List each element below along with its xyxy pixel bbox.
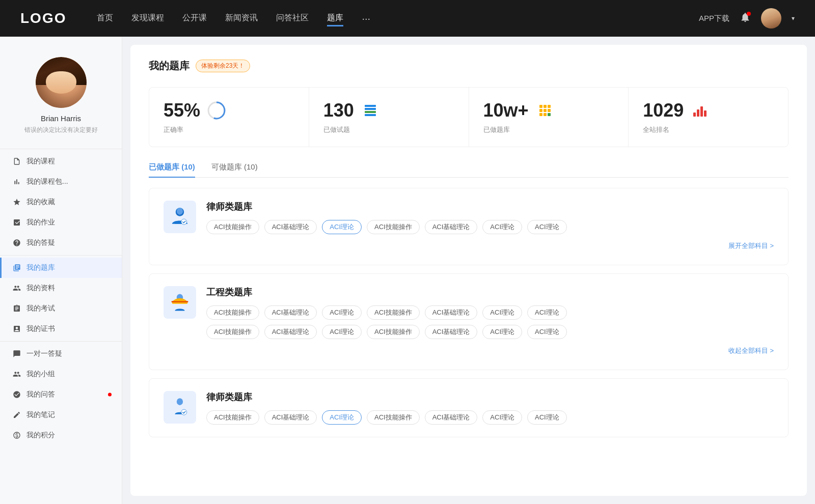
tag-1-r2-3[interactable]: ACI技能操作: [367, 325, 420, 339]
sidebar-item-my-cert[interactable]: 我的证书: [0, 319, 122, 339]
sidebar-item-favorites[interactable]: 我的收藏: [0, 192, 122, 212]
stat-rank-value: 1029: [643, 100, 684, 121]
sidebar-item-course-package[interactable]: 我的课程包...: [0, 172, 122, 192]
sidebar-label-my-cert: 我的证书: [26, 324, 55, 333]
stat-rank-top: 1029: [643, 100, 774, 121]
tag-1-r2-5[interactable]: ACI理论: [482, 325, 522, 339]
tag-2-1[interactable]: ACI基础理论: [264, 410, 317, 425]
qbank-title-2: 工程类题库: [206, 286, 774, 298]
tag-2-2[interactable]: ACI理论: [322, 410, 362, 425]
qbank-tags-3: ACI技能操作 ACI基础理论 ACI理论 ACI技能操作 ACI基础理论 AC…: [206, 410, 774, 425]
table-icon: [361, 101, 379, 120]
sidebar-profile: Brian Harris 错误的决定比没有决定要好: [0, 47, 122, 147]
cert-icon: [12, 324, 21, 333]
qbank-icon-engineer: [164, 286, 196, 319]
sidebar-item-homework[interactable]: 我的作业: [0, 212, 122, 233]
points-icon: [12, 431, 21, 440]
tag-1-0[interactable]: ACI技能操作: [206, 305, 259, 320]
tag-1-4[interactable]: ACI基础理论: [425, 305, 478, 320]
sidebar-label-my-group: 我的小组: [26, 370, 55, 379]
tag-1-3[interactable]: ACI技能操作: [367, 305, 420, 320]
stat-done-qbanks-top: 10w+: [483, 100, 614, 121]
group-icon: [12, 370, 21, 379]
sidebar-divider-1: [0, 149, 122, 149]
tag-1-2[interactable]: ACI理论: [322, 305, 362, 320]
tag-0-6[interactable]: ACI理论: [527, 220, 567, 234]
qa-icon: [12, 390, 21, 399]
tag-1-r2-6[interactable]: ACI理论: [527, 325, 567, 339]
nav-news[interactable]: 新闻资讯: [225, 11, 258, 26]
tag-0-3[interactable]: ACI技能操作: [367, 220, 420, 234]
sidebar-label-my-course: 我的课程: [26, 157, 55, 166]
tag-1-5[interactable]: ACI理论: [482, 305, 522, 320]
sidebar-label-my-questions: 我的问答: [26, 390, 55, 399]
qbank-header-3: 律师类题库 ACI技能操作 ACI基础理论 ACI理论 ACI技能操作 ACI基…: [164, 391, 774, 425]
app-download-button[interactable]: APP下载: [699, 14, 729, 23]
sidebar-item-one-on-one[interactable]: 一对一答疑: [0, 344, 122, 364]
user-dropdown-arrow[interactable]: ▾: [792, 15, 795, 22]
tag-1-r2-2[interactable]: ACI理论: [322, 325, 362, 339]
stats-row: 55% 正确率 130: [149, 87, 789, 147]
tab-done-qbanks[interactable]: 已做题库 (10): [149, 162, 195, 177]
page-title: 我的题库: [149, 59, 189, 73]
tag-1-r2-4[interactable]: ACI基础理论: [425, 325, 478, 339]
sidebar-item-my-qa[interactable]: 我的答疑: [0, 233, 122, 253]
stat-done-questions-label: 已做试题: [323, 125, 454, 134]
sidebar-item-my-course[interactable]: 我的课程: [0, 151, 122, 172]
tag-1-r2-1[interactable]: ACI基础理论: [264, 325, 317, 339]
top-navigation: LOGO 首页 发现课程 公开课 新闻资讯 问答社区 题库 ··· APP下载 …: [0, 0, 815, 37]
nav-links: 首页 发现课程 公开课 新闻资讯 问答社区 题库 ···: [97, 11, 699, 26]
nav-open-course[interactable]: 公开课: [182, 11, 207, 26]
tag-1-r2-0[interactable]: ACI技能操作: [206, 325, 259, 339]
qbank-card-lawyer-2: 律师类题库 ACI技能操作 ACI基础理论 ACI理论 ACI技能操作 ACI基…: [149, 378, 789, 437]
sidebar-item-my-questions[interactable]: 我的问答: [0, 384, 122, 405]
notification-dot: [747, 12, 751, 16]
qbank-list: 律师类题库 ACI技能操作 ACI基础理论 ACI理论 ACI技能操作 ACI基…: [149, 188, 789, 445]
tag-1-1[interactable]: ACI基础理论: [264, 305, 317, 320]
qbank-header-2: 工程类题库 ACI技能操作 ACI基础理论 ACI理论 ACI技能操作 ACI基…: [164, 286, 774, 357]
sidebar-divider-3: [0, 341, 122, 342]
tag-0-4[interactable]: ACI基础理论: [425, 220, 478, 234]
tag-0-2[interactable]: ACI理论: [322, 220, 362, 234]
user-avatar[interactable]: [761, 8, 781, 29]
sidebar-item-my-resources[interactable]: 我的资料: [0, 278, 122, 298]
tag-2-0[interactable]: ACI技能操作: [206, 410, 259, 425]
star-icon: [12, 198, 21, 207]
sidebar-label-my-exam: 我的考试: [26, 304, 55, 313]
nav-qa[interactable]: 问答社区: [276, 11, 309, 26]
sidebar-item-my-qbank[interactable]: 我的题库: [0, 258, 122, 278]
avatar: [36, 57, 87, 108]
qbank-body-3: 律师类题库 ACI技能操作 ACI基础理论 ACI理论 ACI技能操作 ACI基…: [206, 391, 774, 425]
collapse-all-link-2[interactable]: 收起全部科目 >: [728, 344, 774, 357]
sidebar-item-my-notes[interactable]: 我的笔记: [0, 405, 122, 425]
tag-2-6[interactable]: ACI理论: [527, 410, 567, 425]
stat-accuracy-top: 55%: [164, 100, 294, 121]
expand-all-link-1[interactable]: 展开全部科目 >: [728, 239, 774, 253]
sidebar-item-my-points[interactable]: 我的积分: [0, 425, 122, 445]
qbank-tags-2: ACI技能操作 ACI基础理论 ACI理论 ACI技能操作 ACI基础理论 AC…: [206, 305, 774, 320]
qbank-header-1: 律师类题库 ACI技能操作 ACI基础理论 ACI理论 ACI技能操作 ACI基…: [164, 201, 774, 253]
exam-icon: [12, 304, 21, 313]
sidebar-item-my-group[interactable]: 我的小组: [0, 364, 122, 384]
logo: LOGO: [20, 10, 66, 26]
grid-icon: [536, 101, 554, 120]
tag-0-5[interactable]: ACI理论: [482, 220, 522, 234]
tag-2-4[interactable]: ACI基础理论: [425, 410, 478, 425]
svg-point-3: [181, 219, 187, 225]
nav-home[interactable]: 首页: [97, 11, 113, 26]
tag-2-3[interactable]: ACI技能操作: [367, 410, 420, 425]
qbank-card-lawyer-1: 律师类题库 ACI技能操作 ACI基础理论 ACI理论 ACI技能操作 ACI基…: [149, 188, 789, 265]
nav-more[interactable]: ···: [362, 11, 370, 26]
stat-done-questions-value: 130: [323, 100, 354, 121]
tag-2-5[interactable]: ACI理论: [482, 410, 522, 425]
sidebar-label-homework: 我的作业: [26, 218, 55, 227]
nav-discover[interactable]: 发现课程: [131, 11, 164, 26]
sidebar-item-my-exam[interactable]: 我的考试: [0, 298, 122, 319]
nav-qbank[interactable]: 题库: [327, 11, 343, 26]
tag-0-0[interactable]: ACI技能操作: [206, 220, 259, 234]
tab-available-qbanks[interactable]: 可做题库 (10): [211, 162, 258, 177]
tag-1-6[interactable]: ACI理论: [527, 305, 567, 320]
qbank-icon: [12, 263, 21, 272]
notification-bell[interactable]: [740, 12, 751, 25]
tag-0-1[interactable]: ACI基础理论: [264, 220, 317, 234]
